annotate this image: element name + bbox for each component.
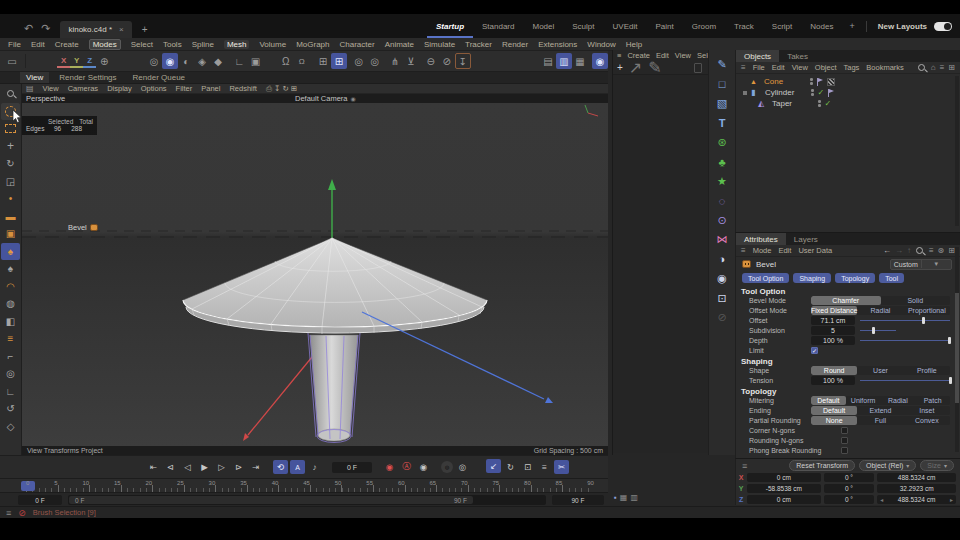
option-default[interactable]: Default [811, 396, 846, 405]
loop-mode-button[interactable]: ⟲ [273, 460, 288, 474]
autokey-record-button[interactable]: Ⓐ [399, 460, 414, 474]
menu-render[interactable]: Render [502, 40, 528, 49]
om-menu-file[interactable]: File [753, 63, 765, 72]
menu-tools[interactable]: Tools [163, 40, 182, 49]
autokey-mode-button[interactable]: A [290, 460, 305, 474]
field-object-icon[interactable]: ◌ [712, 192, 733, 210]
render-view-icon[interactable]: ▤ [540, 53, 556, 69]
menu-simulate[interactable]: Simulate [424, 40, 455, 49]
popout-icon[interactable]: ⊞ [948, 63, 955, 72]
maximize-view-icon[interactable]: ⊞ [291, 84, 297, 93]
offset-field[interactable]: 71.1 cm [811, 316, 855, 325]
visibility-dots-icon[interactable] [818, 100, 821, 107]
extrude-tool-icon[interactable]: ♠ [1, 260, 20, 277]
tab-objects[interactable]: Objects [736, 50, 779, 62]
menu-animate[interactable]: Animate [385, 40, 414, 49]
polygon-pen-icon[interactable]: ▣ [1, 225, 20, 242]
popout-icon[interactable]: ⊞ [948, 246, 955, 255]
fcurve-view-icon[interactable]: ▥ [630, 493, 638, 502]
record-off-button[interactable]: ● [441, 461, 453, 473]
vp-menu-redshift[interactable]: Redshift [229, 84, 257, 93]
menu-window[interactable]: Window [587, 40, 615, 49]
om-menu-view[interactable]: View [792, 63, 808, 72]
search-icon[interactable] [1, 85, 20, 102]
vp-menu-options[interactable]: Options [141, 84, 167, 93]
timeline-ruler[interactable]: 0 5 10 15 20 25 30 35 40 45 50 55 60 65 … [0, 478, 608, 492]
enabled-check-icon[interactable]: ✓ [825, 99, 832, 108]
deformer-icon[interactable]: ⋈ [712, 231, 733, 249]
pos-x-field[interactable]: 0 cm [747, 473, 820, 482]
print-view-icon[interactable]: ⎙ [266, 84, 272, 93]
menu-tracker[interactable]: Tracker [465, 40, 492, 49]
minimize-timeline-icon[interactable]: ↙ [486, 459, 501, 473]
range-scrollbar[interactable]: 0 F 90 F [68, 495, 546, 505]
workspace-tab-script[interactable]: Script [763, 14, 801, 38]
render-settings-icon[interactable]: ◉ [592, 53, 608, 69]
edges-mode-icon[interactable]: ◈ [194, 53, 210, 69]
pen-icon[interactable]: ✎ [648, 58, 661, 77]
scale-x-field[interactable]: 488.5324 cm [877, 473, 956, 482]
option-user[interactable]: User [857, 366, 903, 375]
angle-tool-icon[interactable]: ∟ [1, 383, 20, 400]
home-icon[interactable]: ⌂ [931, 63, 936, 72]
workspace-tab-uvedit[interactable]: UVEdit [604, 14, 647, 38]
refresh-view-icon[interactable]: ↻ [282, 84, 288, 93]
mini-timeline-icon[interactable]: ▪ [614, 493, 617, 502]
om-menu-edit[interactable]: Edit [772, 63, 785, 72]
add-icon[interactable]: + [617, 62, 623, 73]
environment-icon[interactable]: ◑ [712, 250, 733, 268]
viewport[interactable]: ▤ View Cameras Display Options Filter Pa… [22, 84, 608, 455]
phong-tag-icon[interactable] [817, 78, 823, 86]
bevel-tool-icon[interactable]: ♠ [1, 243, 20, 260]
menu-edit[interactable]: Edit [31, 40, 45, 49]
menu-create[interactable]: Create [55, 40, 79, 49]
preset-dropdown[interactable]: Custom ▾ [890, 259, 952, 270]
grid-snap-icon[interactable]: ⊞ [315, 53, 331, 69]
option-convex[interactable]: Convex [904, 416, 950, 425]
option-radial[interactable]: Radial [857, 306, 903, 315]
enabled-check-icon[interactable]: ✓ [818, 88, 825, 97]
workplane-icon[interactable]: ▣ [247, 53, 263, 69]
undo-icon[interactable]: ↶ [24, 22, 33, 35]
am-menu-edit[interactable]: Edit [778, 246, 791, 255]
option-profile[interactable]: Profile [904, 366, 950, 375]
subdivision-slider[interactable] [860, 326, 950, 335]
tab-takes[interactable]: Takes [779, 50, 816, 62]
keyframe-selection-button[interactable]: ◉ [416, 460, 431, 474]
menu-mograph[interactable]: MoGraph [296, 40, 329, 49]
option-uniform[interactable]: Uniform [846, 396, 881, 405]
quantize-icon[interactable]: Ω [294, 53, 310, 69]
tab-tool-option[interactable]: Tool Option [742, 273, 789, 283]
object-row-taper[interactable]: ◭ Taper ✓ [742, 98, 956, 109]
tension-field[interactable]: 100 % [811, 376, 855, 385]
record-scale-button[interactable]: ⊡ [520, 460, 535, 474]
menu-volume[interactable]: Volume [259, 40, 286, 49]
om-menu-icon[interactable]: ≡ [741, 63, 746, 72]
points-mode-icon[interactable]: ◐ [178, 53, 194, 69]
option-patch[interactable]: Patch [915, 396, 950, 405]
redo-icon[interactable]: ↷ [41, 22, 50, 35]
current-frame-field[interactable]: 0 F [332, 462, 372, 473]
tab-tool[interactable]: Tool [879, 273, 904, 283]
rectangle-spline-icon[interactable]: □ [712, 75, 733, 93]
scale-tool-icon[interactable]: ◲ [1, 173, 20, 190]
edge-pen-icon[interactable]: ▬ [1, 208, 20, 225]
option-none[interactable]: None [811, 416, 857, 425]
scale-y-field[interactable]: 32.2923 cm [877, 484, 956, 493]
workspace-tab-model[interactable]: Model [523, 14, 563, 38]
history-icon[interactable]: ▭ [4, 53, 20, 69]
visibility-dots-icon[interactable] [810, 78, 813, 85]
play-button[interactable]: ▶ [197, 460, 212, 474]
previous-frame-button[interactable]: ◁ [180, 460, 195, 474]
stepper-right-icon[interactable]: ► [949, 497, 954, 503]
tab-topology[interactable]: Topology [835, 273, 875, 283]
option-default[interactable]: Default [811, 406, 857, 415]
move-tool-icon[interactable]: + [1, 138, 20, 155]
om-menu-bookmarks[interactable]: Bookmarks [866, 63, 904, 72]
pick-arrow-icon[interactable]: ↗ [629, 58, 642, 77]
remove-guide-icon[interactable]: ⊖ [423, 53, 439, 69]
previous-key-button[interactable]: ⊲ [163, 460, 178, 474]
tab-attributes[interactable]: Attributes [736, 233, 786, 245]
option-proportional[interactable]: Proportional [904, 306, 950, 315]
axis-z-lock[interactable]: Z [83, 55, 96, 68]
